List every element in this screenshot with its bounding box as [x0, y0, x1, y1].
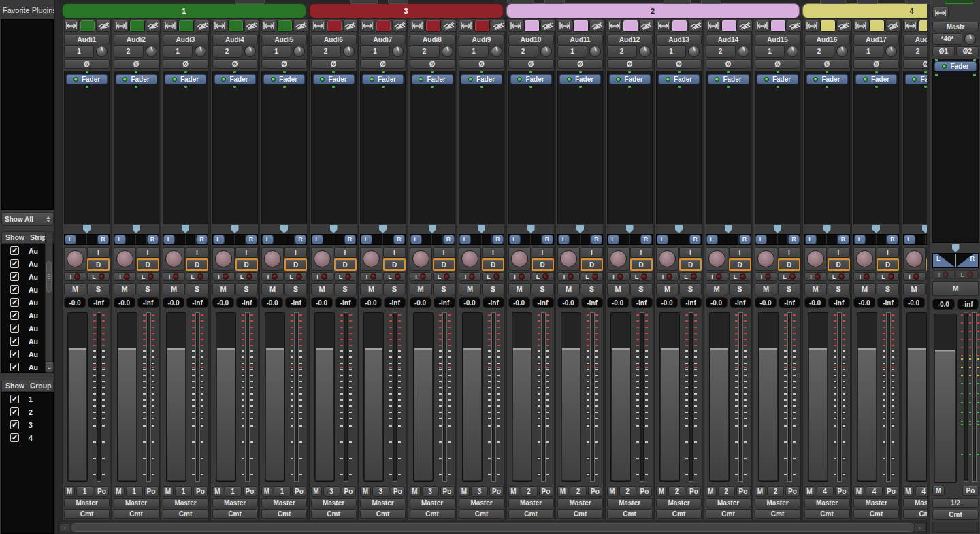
pan-right-button[interactable]: R: [97, 235, 109, 244]
solo-button[interactable]: S: [482, 283, 504, 295]
strip-color-swatch[interactable]: [869, 20, 885, 32]
comment-button[interactable]: Cmt: [261, 509, 307, 519]
pan-left-button[interactable]: L: [854, 235, 866, 244]
processor-box[interactable]: Fader: [261, 71, 307, 224]
strip-width-button[interactable]: [114, 20, 129, 32]
gain-display[interactable]: -0.0: [261, 297, 283, 308]
pan-position-marker[interactable]: [576, 225, 584, 233]
gain-display[interactable]: -0.0: [706, 297, 728, 308]
checkbox[interactable]: ✓: [10, 420, 19, 429]
pan-track[interactable]: [817, 235, 828, 244]
peak-display[interactable]: -inf: [335, 297, 357, 308]
checkbox[interactable]: ✓: [10, 350, 19, 358]
pan-left-button[interactable]: L: [262, 235, 274, 244]
phase-button[interactable]: Ø: [163, 59, 208, 69]
input-button[interactable]: 1: [656, 45, 686, 58]
phase-button[interactable]: Ø: [804, 59, 850, 69]
group-button[interactable]: 1: [126, 486, 143, 497]
gain-display[interactable]: -0.0: [903, 297, 925, 308]
pan-track[interactable]: [136, 235, 147, 244]
input-button[interactable]: 2: [508, 45, 538, 58]
phase-button[interactable]: Ø: [903, 59, 928, 69]
pan-knob[interactable]: [461, 250, 478, 267]
group-button[interactable]: 4: [915, 486, 928, 497]
pan-knob[interactable]: [363, 250, 380, 267]
peak-display[interactable]: -inf: [779, 297, 800, 308]
automation-mode-button[interactable]: M: [804, 486, 815, 497]
fader-processor-entry[interactable]: Fader: [510, 74, 552, 84]
meter-point-button[interactable]: Po: [884, 486, 898, 497]
gain-fader[interactable]: [659, 312, 680, 482]
group-button[interactable]: 3: [372, 486, 389, 497]
gain-fader[interactable]: [857, 312, 877, 482]
processor-box[interactable]: Fader: [114, 71, 159, 224]
pan-track[interactable]: [866, 235, 877, 244]
pan-knob[interactable]: [807, 250, 824, 267]
meter-point-button[interactable]: Po: [391, 486, 405, 497]
phase-button[interactable]: Ø: [853, 59, 899, 69]
pan-position-marker[interactable]: [379, 225, 387, 233]
processor-led[interactable]: [813, 77, 818, 82]
trim-knob[interactable]: [96, 46, 108, 57]
solo-button[interactable]: S: [581, 283, 603, 295]
group-button[interactable]: 2: [718, 486, 735, 497]
strip-color-swatch[interactable]: [178, 20, 194, 32]
pan-right-button[interactable]: R: [393, 235, 405, 244]
fader-processor-entry[interactable]: Fader: [559, 74, 601, 84]
group-button[interactable]: 3: [471, 486, 488, 497]
phase-button[interactable]: Ø: [656, 59, 702, 69]
processor-led[interactable]: [74, 77, 78, 82]
processor-box[interactable]: Fader: [557, 71, 603, 224]
output-button[interactable]: Master: [557, 498, 603, 507]
solo-lock-button[interactable]: L: [877, 272, 899, 281]
solo-button[interactable]: S: [235, 283, 258, 295]
automation-mode-button[interactable]: M: [261, 486, 272, 497]
output-button[interactable]: Master: [360, 498, 406, 507]
pan-track[interactable]: [126, 235, 137, 244]
strip-color-swatch[interactable]: [770, 20, 786, 32]
solo-button[interactable]: S: [778, 283, 800, 295]
solo-isolate-button[interactable]: I: [557, 272, 580, 281]
meter-point-button[interactable]: Po: [638, 486, 652, 497]
strip-width-button[interactable]: [755, 20, 770, 32]
input-button[interactable]: 2: [804, 45, 834, 58]
solo-button[interactable]: S: [729, 283, 751, 295]
group-button[interactable]: 2: [570, 486, 587, 497]
automation-mode-button[interactable]: M: [755, 486, 766, 497]
processor-box[interactable]: Fader: [508, 71, 554, 224]
input-button[interactable]: 1: [64, 45, 94, 58]
pan-position-marker[interactable]: [725, 225, 732, 233]
scrollbar-thumb[interactable]: [46, 261, 52, 293]
phase-button[interactable]: Ø: [261, 59, 307, 69]
pan-position-marker[interactable]: [231, 225, 239, 233]
monitor-disk-button[interactable]: D: [433, 258, 455, 271]
gain-fader[interactable]: [906, 312, 927, 482]
solo-isolate-button[interactable]: I: [114, 272, 136, 281]
input-button[interactable]: 2: [311, 45, 341, 58]
solo-isolate-button[interactable]: I: [903, 272, 926, 281]
gain-fader[interactable]: [610, 312, 631, 482]
solo-button[interactable]: S: [87, 283, 110, 295]
fader-processor-entry[interactable]: Fader: [658, 74, 700, 84]
solo-isolate-button[interactable]: I: [459, 272, 481, 281]
output-button[interactable]: 1/2: [932, 498, 979, 508]
processor-box[interactable]: Fader: [163, 71, 208, 224]
pan-position-marker[interactable]: [922, 225, 928, 233]
scroll-left-button[interactable]: ‹: [59, 523, 71, 532]
fader-processor-entry[interactable]: Fader: [263, 74, 305, 84]
monitor-input-button[interactable]: I: [532, 247, 554, 258]
meter-point-button[interactable]: Po: [95, 486, 109, 497]
pan-knob-button[interactable]: [311, 247, 333, 271]
strip-hide-button[interactable]: [244, 20, 259, 32]
list-item[interactable]: ✓1: [2, 393, 53, 405]
trim-knob[interactable]: [738, 46, 749, 57]
pan-track[interactable]: [679, 235, 690, 244]
strip-name-button[interactable]: Audi1: [64, 35, 110, 44]
pan-right-button[interactable]: R: [788, 235, 800, 244]
monitor-input-button[interactable]: I: [334, 247, 357, 258]
pan-track[interactable]: [926, 235, 927, 244]
gain-display[interactable]: -0.0: [311, 297, 333, 308]
pan-knob[interactable]: [906, 250, 923, 267]
output-button[interactable]: Master: [804, 498, 850, 507]
strip-color-swatch[interactable]: [474, 20, 490, 32]
